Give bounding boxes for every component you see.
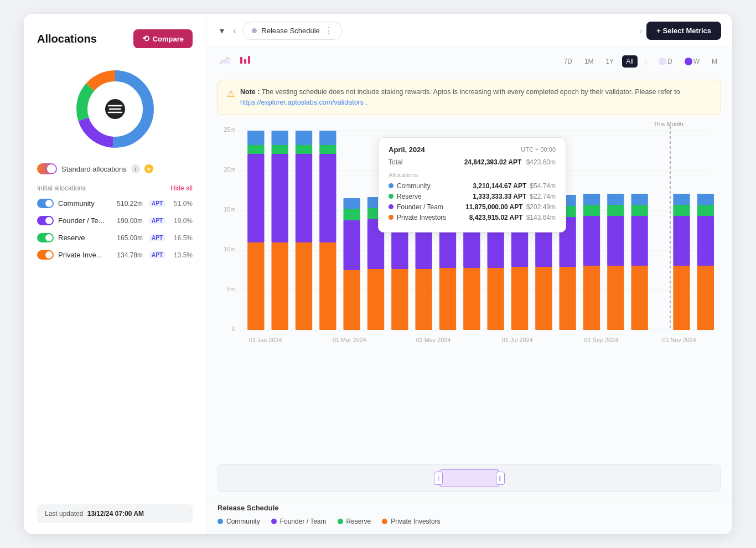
hide-all-button[interactable]: Hide all: [170, 184, 193, 192]
reserve-toggle[interactable]: [37, 233, 54, 242]
note-link[interactable]: https://explorer.aptoslabs.com/validator…: [240, 99, 364, 106]
svg-rect-44: [319, 145, 336, 154]
tooltip-private-dot: [389, 215, 393, 220]
release-schedule-pill[interactable]: Release Schedule ⋮: [242, 22, 343, 40]
legend-reserve-dot: [338, 519, 343, 524]
standard-allocations-toggle[interactable]: [37, 163, 57, 174]
legend-founder: Founder / Team: [271, 518, 327, 525]
reserve-pct: 16.5%: [172, 234, 193, 242]
tooltip-total-label: Total: [389, 158, 402, 166]
tooltip-private-row: Private Investors 8,423,915.02 APT $143.…: [389, 214, 556, 221]
svg-text:10m: 10m: [224, 246, 235, 252]
compare-button[interactable]: ⟲ Compare: [133, 29, 193, 48]
note-banner: ⚠ Note : The vesting schedule does not i…: [218, 80, 721, 115]
list-item: Private Inve... 134.78m APT 13.5%: [37, 250, 193, 260]
legend-section: Release Schedule Community Founder / Tea…: [206, 498, 732, 534]
timeline-scrubber[interactable]: ‖ ‖: [218, 464, 721, 492]
svg-text:01 Nov 2024: 01 Nov 2024: [662, 337, 697, 343]
chart-toolbar: 7D 1M 1Y All | D W M: [206, 48, 732, 74]
svg-rect-78: [535, 267, 552, 330]
svg-rect-33: [247, 131, 264, 145]
time-7d-button[interactable]: 7D: [560, 55, 576, 68]
list-item: Community 510.22m APT 51.0%: [37, 199, 193, 208]
info-icon[interactable]: i: [131, 164, 140, 173]
release-schedule-label: Release Schedule: [261, 27, 320, 35]
svg-text:15m: 15m: [224, 206, 235, 213]
left-panel: Allocations ⟲ Compare: [24, 14, 206, 534]
svg-rect-104: [697, 216, 714, 266]
period-w-dot: [685, 58, 692, 65]
svg-rect-43: [319, 154, 336, 242]
standard-allocations-toggle-row: Standard allocations i ★: [37, 163, 193, 174]
svg-rect-87: [583, 216, 600, 266]
scrubber-range: [439, 469, 500, 487]
reserve-amount: 165.00m: [117, 234, 143, 242]
svg-rect-39: [296, 154, 312, 242]
scrubber-right-handle[interactable]: ‖: [496, 472, 505, 485]
svg-rect-48: [344, 209, 360, 220]
time-1m-button[interactable]: 1M: [581, 55, 598, 68]
top-nav: ▾ ‹ Release Schedule ⋮ › + Select Metric…: [206, 14, 732, 48]
time-all-button[interactable]: All: [622, 55, 637, 68]
community-toggle[interactable]: [37, 199, 54, 208]
svg-rect-106: [697, 194, 714, 205]
svg-rect-41: [296, 131, 312, 145]
svg-rect-86: [583, 266, 600, 330]
scrubber-left-handle[interactable]: ‖: [434, 472, 443, 485]
period-d-button[interactable]: D: [655, 55, 676, 68]
private-toggle[interactable]: [37, 250, 54, 260]
tooltip-community-dot: [389, 183, 393, 188]
community-amount: 510.22m: [117, 200, 143, 208]
legend-community-dot: [218, 519, 223, 524]
more-icon: ⋮: [324, 25, 333, 36]
select-metrics-button[interactable]: + Select Metrics: [646, 22, 721, 40]
svg-rect-97: [631, 194, 648, 205]
nav-dropdown-button[interactable]: ▾: [218, 23, 226, 38]
legend-items: Community Founder / Team Reserve Private…: [218, 518, 721, 525]
svg-rect-34: [272, 242, 288, 330]
tooltip-header: April, 2024 UTC + 00:00: [389, 146, 556, 154]
svg-rect-74: [511, 267, 528, 330]
period-w-button[interactable]: W: [681, 55, 703, 68]
svg-rect-49: [344, 198, 360, 209]
apt-badge: APT: [149, 200, 165, 207]
nav-next-button[interactable]: ›: [639, 26, 642, 36]
tooltip-total-row: Total 24,842,393.02 APT $423.60m: [389, 158, 556, 166]
star-icon[interactable]: ★: [144, 164, 153, 173]
pill-dot: [252, 28, 257, 33]
apt-badge: APT: [149, 217, 165, 224]
tooltip-reserve-dot: [389, 194, 393, 199]
tooltip-date: April, 2024: [389, 146, 425, 154]
svg-rect-50: [367, 269, 384, 330]
svg-rect-36: [272, 145, 288, 154]
nav-prev-button[interactable]: ‹: [231, 24, 238, 38]
svg-rect-62: [439, 268, 456, 330]
svg-rect-47: [344, 220, 360, 270]
bar-chart-icon-button[interactable]: [237, 54, 253, 69]
svg-rect-96: [631, 205, 648, 216]
svg-text:01 Jan 2024: 01 Jan 2024: [249, 337, 282, 343]
area-chart-icon-button[interactable]: [218, 54, 233, 69]
chart-svg-container: This Month 25m 20m 15m 10m 5m 0: [218, 121, 721, 386]
initial-allocations-label: Initial allocations: [37, 184, 86, 192]
svg-text:01 Mar 2024: 01 Mar 2024: [333, 337, 366, 343]
svg-rect-94: [631, 266, 648, 330]
svg-rect-11: [248, 56, 250, 64]
founder-toggle[interactable]: [37, 216, 54, 225]
svg-rect-92: [607, 205, 624, 216]
last-updated: Last updated 13/12/24 07:00 AM: [37, 504, 193, 523]
chart-area: This Month 25m 20m 15m 10m 5m 0: [206, 121, 732, 465]
svg-text:0: 0: [232, 326, 235, 332]
legend-private-dot: [382, 519, 387, 524]
svg-rect-89: [583, 194, 600, 205]
svg-rect-90: [607, 266, 624, 330]
svg-rect-70: [488, 268, 504, 330]
svg-rect-100: [673, 216, 690, 266]
time-1y-button[interactable]: 1Y: [602, 55, 618, 68]
founder-name: Founder / Te...: [58, 216, 112, 225]
legend-title: Release Schedule: [218, 504, 721, 512]
period-m-button[interactable]: M: [708, 55, 721, 68]
legend-private: Private Investors: [382, 518, 440, 525]
period-d-dot: [659, 58, 666, 65]
private-pct: 13.5%: [172, 251, 193, 259]
